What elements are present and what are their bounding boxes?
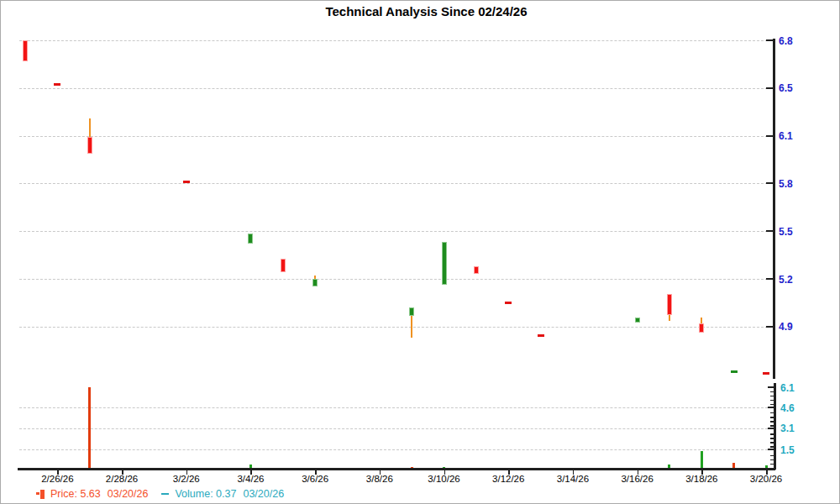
candle-doji <box>763 372 769 375</box>
candle-body <box>312 279 318 286</box>
volume-axis-tick <box>768 428 774 429</box>
x-axis-line <box>18 468 775 470</box>
price-gridline <box>19 136 772 137</box>
candle-doji <box>538 334 544 337</box>
volume-tick-label: 6.1 <box>780 382 795 394</box>
price-label: Price: <box>50 488 77 500</box>
candle-doji <box>731 370 738 373</box>
candle-body <box>442 242 447 284</box>
candle-doji <box>54 83 60 86</box>
volume-axis-tick <box>768 449 774 450</box>
price-tick-label: 6.8 <box>779 35 793 47</box>
volume-dash-icon <box>161 493 169 495</box>
price-gridline <box>19 279 772 280</box>
date-label: 3/18/26 <box>685 474 717 484</box>
price-gridline <box>19 231 772 232</box>
price-date: 03/20/26 <box>108 488 149 500</box>
price-axis-line <box>773 39 775 379</box>
candle-body <box>23 40 28 61</box>
price-gridline <box>19 327 772 328</box>
chart-legend: Price: 5.6303/20/26 Volume: 0.3703/20/26 <box>36 488 284 500</box>
candle-body <box>87 137 92 154</box>
volume-tick-label: 3.1 <box>780 423 795 434</box>
candle-body <box>281 259 286 272</box>
date-label: 3/10/26 <box>428 474 459 484</box>
volume-tick-label: 1.5 <box>780 444 795 456</box>
date-label: 3/16/26 <box>621 474 653 484</box>
volume-gridline <box>19 449 772 450</box>
volume-tick-label: 4.6 <box>780 402 795 414</box>
date-label: 3/6/26 <box>302 474 328 484</box>
date-label: 3/8/26 <box>366 474 393 484</box>
candle-body <box>409 307 414 317</box>
volume-axis-line <box>774 383 776 470</box>
price-tick-label: 5.5 <box>779 226 793 238</box>
price-tick-label: 5.2 <box>779 274 793 286</box>
volume-gridline <box>19 407 772 408</box>
date-label: 3/4/26 <box>237 474 264 484</box>
date-label: 3/2/26 <box>173 474 200 484</box>
candle-body <box>474 266 479 274</box>
chart-frame: Technical Analysis Since 02/24/26 6.86.5… <box>0 0 840 504</box>
price-tick-label: 6.5 <box>779 82 793 94</box>
volume-axis-tick <box>768 407 774 408</box>
legend-volume: Volume: 0.3703/20/26 <box>175 488 284 500</box>
volume-bar <box>88 387 91 469</box>
volume-value: 0.37 <box>216 488 236 500</box>
candle-doji <box>183 181 190 183</box>
date-label: 2/28/26 <box>106 474 138 484</box>
price-gridline <box>19 183 772 184</box>
date-label: 3/14/26 <box>557 474 589 484</box>
price-tick-label: 6.1 <box>779 130 793 142</box>
candle-body <box>635 318 640 322</box>
volume-bar <box>701 451 703 469</box>
price-tick-label: 5.8 <box>779 178 793 190</box>
date-label: 3/20/26 <box>750 474 782 484</box>
date-label: 2/26/26 <box>41 474 73 484</box>
price-gridline <box>19 88 772 89</box>
price-gridline <box>19 40 772 41</box>
price-tick-label: 4.9 <box>779 321 793 333</box>
candle-body <box>667 294 672 315</box>
volume-gridline <box>19 428 772 429</box>
volume-axis-tick <box>768 386 774 388</box>
candlestick-chart: 6.86.56.15.85.55.24.96.14.63.11.52/26/26… <box>1 1 839 503</box>
date-label: 3/12/26 <box>492 474 524 484</box>
volume-date: 03/20/26 <box>243 488 284 500</box>
candle-doji <box>505 302 512 304</box>
legend-price: Price: 5.6303/20/26 <box>50 488 148 500</box>
volume-label: Volume: <box>175 488 213 500</box>
candle-body <box>248 234 253 244</box>
candle-body <box>699 323 704 333</box>
price-candle-icon <box>36 490 45 499</box>
price-value: 5.63 <box>80 488 100 500</box>
